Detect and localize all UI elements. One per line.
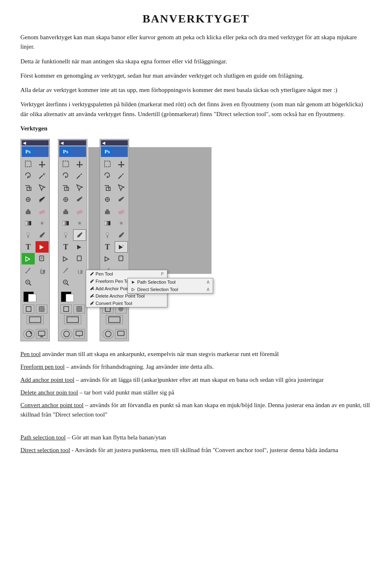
move-tool[interactable] <box>36 158 49 170</box>
lasso-tool[interactable] <box>22 170 35 181</box>
marquee-tool-2[interactable] <box>59 158 72 170</box>
text-tool[interactable]: T <box>22 241 35 253</box>
rotate-view-3[interactable] <box>102 329 114 339</box>
svg-line-76 <box>118 175 122 179</box>
dodge-tool[interactable] <box>22 229 35 241</box>
screen-mode-btn-2[interactable] <box>64 315 81 324</box>
magic-wand-tool-3[interactable] <box>115 170 128 181</box>
crop-tool-3[interactable] <box>101 182 114 193</box>
computer-screen-2[interactable] <box>74 329 85 339</box>
text-tool-2[interactable]: T <box>59 241 72 253</box>
healing-tool-3[interactable] <box>101 194 114 205</box>
slice-tool-2[interactable] <box>73 182 86 193</box>
eyedropper-tool-2[interactable] <box>59 265 72 276</box>
path-component-tool-3-active[interactable]: + <box>115 241 128 253</box>
flyout-item-convert-point[interactable]: Convert Point Tool <box>86 300 167 307</box>
svg-marker-1 <box>39 161 45 168</box>
standard-mode-1[interactable] <box>23 305 34 314</box>
svg-rect-15 <box>25 221 31 225</box>
flyout-item-direct-selection[interactable]: Direct Selection Tool A <box>128 286 213 293</box>
direct-selection-tool-green[interactable] <box>22 253 35 264</box>
zoom-tool[interactable] <box>22 277 35 288</box>
collapse-arrow-2[interactable]: ◀ <box>60 141 64 145</box>
svg-rect-12 <box>26 211 31 214</box>
notes-tool-2[interactable] <box>73 253 86 264</box>
notes-tool[interactable] <box>36 253 49 264</box>
svg-marker-91 <box>105 257 109 261</box>
rotate-view-2[interactable] <box>61 329 72 339</box>
lasso-tool-3[interactable] <box>101 170 114 181</box>
screen-mode-btn-3[interactable] <box>106 315 123 324</box>
quick-mask-mode-1[interactable] <box>36 305 47 314</box>
hand-tool-2[interactable] <box>73 265 86 276</box>
background-color-1[interactable] <box>28 294 36 302</box>
healing-tool[interactable] <box>22 194 35 205</box>
pen-tool-3[interactable] <box>115 229 128 241</box>
collapse-arrow-3[interactable]: ◀ <box>102 141 105 145</box>
eyedropper-tool[interactable] <box>22 265 35 276</box>
magic-wand-tool-2[interactable] <box>73 170 86 181</box>
blur-tool[interactable] <box>36 217 49 229</box>
magic-wand-tool[interactable] <box>36 170 49 181</box>
eraser-tool[interactable] <box>36 206 49 217</box>
blur-tool-3[interactable] <box>115 217 128 229</box>
color-swatches-1[interactable] <box>22 289 49 304</box>
background-color-2[interactable] <box>66 294 74 302</box>
hand-tool[interactable] <box>36 265 49 276</box>
eraser-tool-3[interactable] <box>115 206 128 217</box>
svg-rect-82 <box>106 209 109 211</box>
zoom-tool-2[interactable] <box>59 277 72 288</box>
marquee-tool-3[interactable] <box>101 158 114 170</box>
eraser-tool-2[interactable] <box>73 206 86 217</box>
computer-screen-1[interactable] <box>36 329 47 339</box>
rotate-view-1[interactable] <box>23 329 35 339</box>
direct-selection-tool-3[interactable] <box>101 253 114 264</box>
panel-3-container: ◀ Ps <box>100 139 129 341</box>
brush-tool-2[interactable] <box>73 194 86 205</box>
slice-tool[interactable] <box>36 182 49 193</box>
svg-rect-14 <box>39 210 45 215</box>
delete-anchor-label: Delete anchor poin tool <box>20 389 78 396</box>
move-tool-3[interactable] <box>115 158 128 170</box>
healing-tool-2[interactable] <box>59 194 72 205</box>
flyout-item-pen-tool[interactable]: Pen Tool P <box>86 270 167 278</box>
lasso-tool-2[interactable] <box>59 170 72 181</box>
marquee-tool[interactable] <box>22 158 35 170</box>
gradient-tool[interactable] <box>22 217 35 229</box>
gradient-tool-3[interactable] <box>101 217 114 229</box>
quick-mask-mode-2[interactable] <box>74 305 85 314</box>
gradient-tool-2[interactable] <box>59 217 72 229</box>
move-tool-2[interactable] <box>73 158 86 170</box>
stamp-tool[interactable] <box>22 206 35 217</box>
blur-tool-2[interactable] <box>73 217 86 229</box>
path-component-tool-2[interactable] <box>73 241 86 253</box>
crop-tool[interactable] <box>22 182 35 193</box>
convert-anchor-label: Convert anchor point tool <box>20 402 84 408</box>
pen-tool-2-active[interactable] <box>73 229 86 241</box>
svg-marker-44 <box>80 173 82 175</box>
dodge-tool-2[interactable] <box>59 229 72 241</box>
path-selection-desc: Path selection tool – Gör att man kan fl… <box>20 433 372 442</box>
notes-tool-3[interactable] <box>115 253 128 264</box>
collapse-arrow-1[interactable]: ◀ <box>23 141 26 145</box>
path-component-tool-red[interactable] <box>36 241 49 253</box>
stamp-tool-3[interactable] <box>101 206 114 217</box>
pen-tool[interactable] <box>36 229 49 241</box>
quick-mask-1 <box>22 304 49 314</box>
stamp-tool-2[interactable] <box>59 206 72 217</box>
standard-mode-2[interactable] <box>60 305 72 314</box>
computer-screen-3[interactable] <box>115 329 127 339</box>
direct-selection-tool-2[interactable] <box>59 253 72 264</box>
color-swatches-2[interactable] <box>59 289 86 304</box>
text-tool-3[interactable]: T <box>101 241 114 253</box>
pen-tool-desc: Pen tool använder man till att skapa en … <box>20 350 372 359</box>
svg-marker-101 <box>132 288 135 291</box>
crop-tool-2[interactable] <box>59 182 72 193</box>
brush-tool[interactable] <box>36 194 49 205</box>
svg-rect-74 <box>105 161 110 167</box>
brush-tool-3[interactable] <box>115 194 128 205</box>
flyout-item-path-selection[interactable]: Path Selection Tool A <box>128 278 213 286</box>
dodge-tool-3[interactable] <box>101 229 114 241</box>
slice-tool-3[interactable] <box>115 182 128 193</box>
screen-mode-btn-1[interactable] <box>27 315 44 324</box>
